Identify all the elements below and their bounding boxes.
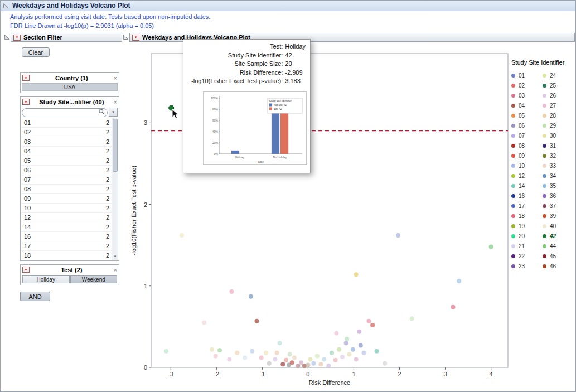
- site-filter-row-08[interactable]: 082: [21, 185, 112, 194]
- scatter-point[interactable]: [410, 316, 414, 321]
- legend-item-12[interactable]: 12: [511, 171, 539, 181]
- legend-item-39[interactable]: 39: [543, 211, 570, 221]
- red-triangle-menu-icon[interactable]: ▼: [132, 35, 139, 41]
- scatter-point[interactable]: [375, 349, 379, 354]
- site-filter-row-12[interactable]: 122: [21, 213, 112, 222]
- scatter-point[interactable]: [250, 349, 254, 354]
- scrollbar-down-arrow-icon[interactable]: ▾: [112, 253, 118, 260]
- legend-item-30[interactable]: 30: [543, 130, 570, 141]
- site-filter-row-05[interactable]: 052: [21, 156, 112, 166]
- scatter-point[interactable]: [259, 355, 264, 360]
- scatter-point[interactable]: [275, 351, 279, 355]
- scatter-point[interactable]: [243, 355, 247, 360]
- legend-item-32[interactable]: 32: [543, 151, 570, 161]
- scatter-point[interactable]: [217, 348, 222, 352]
- scatter-point[interactable]: [273, 357, 277, 361]
- scatter-point[interactable]: [284, 358, 288, 362]
- scatter-point[interactable]: [255, 319, 259, 323]
- legend-item-03[interactable]: 03: [511, 90, 539, 100]
- legend-item-14[interactable]: 14: [511, 181, 539, 191]
- legend-item-34[interactable]: 34: [543, 171, 570, 181]
- scatter-point[interactable]: [362, 351, 366, 355]
- clear-button[interactable]: Clear: [22, 47, 50, 57]
- scatter-point[interactable]: [290, 360, 294, 365]
- scatter-point[interactable]: [299, 360, 303, 365]
- legend-item-24[interactable]: 24: [543, 70, 570, 80]
- scatter-point[interactable]: [357, 330, 361, 334]
- site-filter-row-18[interactable]: 182: [21, 251, 112, 260]
- site-filter-row-07[interactable]: 072: [21, 175, 112, 185]
- scatter-point[interactable]: [210, 347, 214, 352]
- legend-item-33[interactable]: 33: [543, 161, 570, 171]
- legend-item-21[interactable]: 21: [511, 241, 539, 251]
- scatter-point[interactable]: [354, 272, 359, 277]
- and-button[interactable]: AND: [20, 292, 50, 301]
- site-filter-row-17[interactable]: 172: [21, 241, 112, 251]
- site-filter-row-04[interactable]: 042: [21, 147, 112, 156]
- site-filter-row-16[interactable]: 162: [21, 232, 112, 241]
- legend-item-26[interactable]: 26: [543, 90, 570, 100]
- scatter-point[interactable]: [278, 341, 282, 345]
- legend-item-29[interactable]: 29: [543, 120, 570, 130]
- scatter-point[interactable]: [296, 364, 300, 368]
- legend-item-06[interactable]: 06: [511, 120, 539, 130]
- scatter-point[interactable]: [330, 351, 334, 355]
- scatter-point[interactable]: [202, 321, 206, 325]
- study-site-search-input[interactable]: [22, 108, 108, 117]
- search-options-dropdown[interactable]: ▾: [109, 108, 118, 117]
- legend-item-22[interactable]: 22: [511, 251, 539, 261]
- scatter-point[interactable]: [359, 343, 363, 348]
- site-filter-row-14[interactable]: 142: [21, 222, 112, 232]
- disclosure-triangle-icon[interactable]: [3, 3, 9, 9]
- section-filter-header[interactable]: ▼ Section Filter: [11, 33, 122, 42]
- site-filter-row-10[interactable]: 102: [21, 204, 112, 213]
- legend-item-35[interactable]: 35: [543, 181, 570, 191]
- legend-item-31[interactable]: 31: [543, 141, 570, 151]
- scatter-point[interactable]: [280, 362, 285, 366]
- legend-item-05[interactable]: 05: [511, 110, 539, 120]
- scatter-point[interactable]: [345, 337, 349, 341]
- red-triangle-menu-icon[interactable]: ▼: [22, 99, 30, 105]
- scatter-point[interactable]: [180, 233, 184, 238]
- red-triangle-menu-icon[interactable]: ▼: [22, 267, 30, 273]
- legend-item-04[interactable]: 04: [511, 100, 539, 110]
- close-icon[interactable]: ×: [114, 75, 117, 81]
- country-value-usa[interactable]: USA: [22, 83, 118, 91]
- scatter-point[interactable]: [164, 349, 168, 354]
- close-icon[interactable]: ×: [114, 267, 117, 273]
- site-filter-row-01[interactable]: 012: [21, 118, 112, 128]
- scatter-point[interactable]: [370, 323, 375, 327]
- scatter-point[interactable]: [351, 347, 355, 352]
- red-triangle-menu-icon[interactable]: ▼: [22, 75, 30, 81]
- scatter-point[interactable]: [489, 245, 493, 249]
- scatter-point[interactable]: [334, 331, 338, 336]
- study-site-scrollbar[interactable]: ▾: [112, 118, 118, 260]
- scatter-point[interactable]: [308, 357, 313, 361]
- scatter-point[interactable]: [264, 351, 268, 355]
- legend-item-18[interactable]: 18: [511, 211, 539, 221]
- legend-item-09[interactable]: 09: [511, 151, 539, 161]
- legend-item-10[interactable]: 10: [511, 161, 539, 171]
- legend-item-45[interactable]: 45: [543, 251, 570, 261]
- legend-item-28[interactable]: 28: [543, 110, 570, 120]
- legend-item-17[interactable]: 17: [511, 201, 539, 211]
- scatter-point[interactable]: [292, 355, 297, 360]
- legend-item-16[interactable]: 16: [511, 191, 539, 201]
- scatter-point[interactable]: [347, 352, 351, 357]
- legend-item-42[interactable]: 42: [543, 231, 570, 241]
- legend-item-01[interactable]: 01: [511, 70, 539, 80]
- scatter-point[interactable]: [337, 347, 341, 352]
- legend-item-07[interactable]: 07: [511, 130, 539, 141]
- site-filter-row-02[interactable]: 022: [21, 128, 112, 137]
- scatter-point[interactable]: [235, 351, 239, 355]
- legend-item-19[interactable]: 19: [511, 221, 539, 231]
- disclosure-triangle-icon[interactable]: [4, 34, 10, 40]
- scatter-point[interactable]: [315, 354, 320, 359]
- scatter-point[interactable]: [354, 357, 359, 361]
- close-icon[interactable]: ×: [114, 99, 117, 105]
- test-option-weekend[interactable]: Weekend: [70, 275, 118, 283]
- test-option-holiday[interactable]: Holiday: [22, 275, 70, 283]
- scatter-point[interactable]: [249, 294, 253, 299]
- legend-item-37[interactable]: 37: [543, 201, 570, 211]
- scatter-point[interactable]: [306, 363, 310, 367]
